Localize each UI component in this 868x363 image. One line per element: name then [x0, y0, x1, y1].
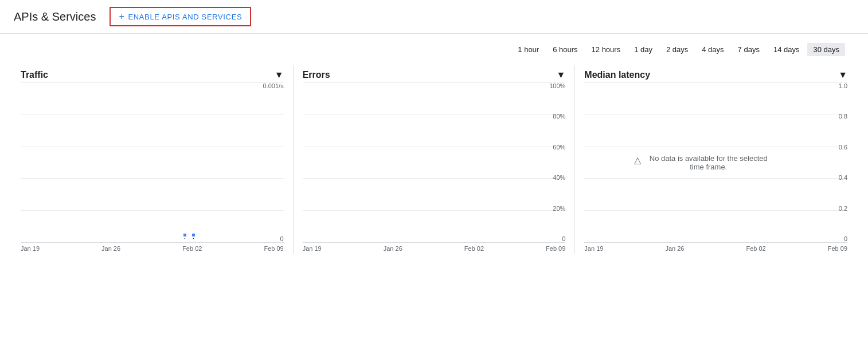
errors-download-icon[interactable]: ▼ [557, 70, 566, 80]
traffic-x-jan26: Jan 26 [101, 245, 120, 252]
traffic-dot-2: · [192, 234, 195, 236]
errors-x-feb02: Feb 02 [464, 245, 484, 252]
charts-area: Traffic ▼ 0.001/s 0 · · Jan 19 Jan 26 Fe [0, 61, 868, 266]
errors-y-axis: 100% 80% 60% 40% 20% 0 [540, 82, 565, 242]
grid-line-4 [21, 210, 284, 211]
errors-x-jan19: Jan 19 [303, 245, 322, 252]
traffic-x-feb09: Feb 09 [264, 245, 283, 252]
latency-x-jan19: Jan 19 [584, 245, 603, 252]
time-btn-7days[interactable]: 7 days [732, 43, 765, 56]
latency-chart-header: Median latency ▼ [575, 65, 857, 82]
latency-no-data-overlay: △ No data is available for the selected … [634, 154, 772, 171]
errors-y-40: 40% [553, 174, 565, 181]
time-btn-4days[interactable]: 4 days [696, 43, 729, 56]
time-btn-6hours[interactable]: 6 hours [547, 43, 583, 56]
time-selector: 1 hour 6 hours 12 hours 1 day 2 days 4 d… [0, 34, 868, 61]
traffic-y-top: 0.001/s [263, 82, 284, 89]
latency-download-icon[interactable]: ▼ [838, 70, 847, 80]
traffic-x-feb02: Feb 02 [182, 245, 202, 252]
errors-grid-4 [303, 210, 566, 211]
latency-grid-4 [584, 210, 847, 211]
enable-apis-button[interactable]: + ENABLE APIS AND SERVICES [110, 7, 251, 26]
latency-grid-1 [584, 115, 847, 115]
latency-y-04: 0.4 [839, 174, 847, 181]
grid-line-top [21, 82, 284, 83]
errors-grid-2 [303, 147, 566, 147]
time-btn-14days[interactable]: 14 days [768, 43, 806, 56]
traffic-y-bottom: 0 [280, 235, 284, 242]
errors-chart-title: Errors [303, 70, 330, 80]
errors-y-0: 0 [562, 235, 565, 242]
latency-x-axis: Jan 19 Jan 26 Feb 02 Feb 09 [584, 243, 847, 254]
errors-y-100: 100% [549, 82, 565, 89]
time-btn-1hour[interactable]: 1 hour [512, 43, 545, 56]
errors-x-jan26: Jan 26 [384, 245, 402, 252]
errors-chart-header: Errors ▼ [294, 65, 575, 82]
enable-apis-label: ENABLE APIS AND SERVICES [128, 13, 242, 21]
latency-x-feb02: Feb 02 [746, 245, 765, 252]
time-btn-30days[interactable]: 30 days [807, 43, 845, 56]
grid-line-2 [21, 147, 284, 147]
latency-chart-body: 1.0 0.8 0.6 0.4 0.2 0 △ No data is avail… [584, 82, 847, 243]
errors-chart-body: 100% 80% 60% 40% 20% 0 [303, 82, 566, 243]
traffic-chart-body: 0.001/s 0 · · [21, 82, 284, 243]
errors-grid-0 [303, 82, 566, 83]
traffic-x-jan19: Jan 19 [21, 245, 40, 252]
errors-x-axis: Jan 19 Jan 26 Feb 02 Feb 09 [303, 243, 566, 254]
errors-x-feb09: Feb 09 [546, 245, 565, 252]
latency-y-0: 0 [844, 235, 847, 242]
latency-grid-2 [584, 147, 847, 147]
traffic-chart-panel: Traffic ▼ 0.001/s 0 · · Jan 19 Jan 26 Fe [11, 65, 293, 254]
time-btn-12hours[interactable]: 12 hours [586, 43, 627, 56]
page-title: APIs & Services [14, 10, 96, 23]
traffic-chart-header: Traffic ▼ [11, 65, 293, 82]
latency-x-feb09: Feb 09 [828, 245, 847, 252]
errors-grid-3 [303, 178, 566, 179]
latency-x-jan26: Jan 26 [665, 245, 684, 252]
latency-chart-panel: Median latency ▼ 1.0 0.8 0.6 0.4 0.2 0 △ [575, 65, 857, 254]
traffic-x-axis: Jan 19 Jan 26 Feb 02 Feb 09 [21, 243, 284, 254]
time-btn-2days[interactable]: 2 days [660, 43, 694, 56]
traffic-download-icon[interactable]: ▼ [275, 70, 284, 80]
grid-line-3 [21, 178, 284, 179]
no-data-message: No data is available for the selected ti… [646, 154, 772, 171]
traffic-chart-title: Traffic [21, 70, 48, 80]
plus-icon: + [119, 11, 124, 22]
latency-grid-0 [584, 82, 847, 83]
latency-grid-3 [584, 178, 847, 179]
errors-grid-1 [303, 115, 566, 115]
no-data-content: △ No data is available for the selected … [634, 154, 772, 171]
latency-chart-title: Median latency [584, 70, 650, 80]
traffic-data-points: · · [183, 234, 195, 236]
latency-y-10: 1.0 [839, 82, 847, 89]
grid-line-1 [21, 115, 284, 115]
warning-icon: △ [634, 155, 641, 165]
latency-y-axis: 1.0 0.8 0.6 0.4 0.2 0 [830, 82, 847, 242]
errors-y-60: 60% [553, 144, 565, 151]
latency-y-06: 0.6 [839, 144, 847, 151]
errors-chart-panel: Errors ▼ 100% 80% 60% 40% 20% 0 Jan 19 J… [294, 65, 575, 254]
traffic-y-axis: 0.001/s 0 [259, 82, 284, 242]
traffic-dot-1: · [183, 234, 186, 236]
time-btn-1day[interactable]: 1 day [628, 43, 658, 56]
page-header: APIs & Services + ENABLE APIS AND SERVIC… [0, 0, 868, 34]
